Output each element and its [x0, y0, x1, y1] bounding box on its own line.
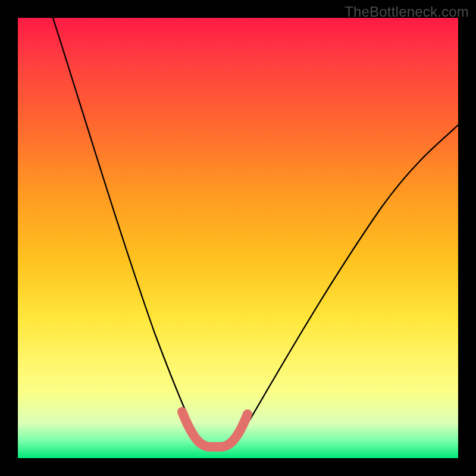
plot-area — [18, 18, 458, 458]
bottleneck-curve-left — [53, 18, 207, 446]
curve-layer — [18, 18, 458, 458]
chart-stage: TheBottleneck.com — [0, 0, 476, 476]
valley-highlight — [182, 412, 248, 447]
watermark-text: TheBottleneck.com — [345, 4, 469, 20]
bottleneck-curve-right — [223, 125, 458, 446]
